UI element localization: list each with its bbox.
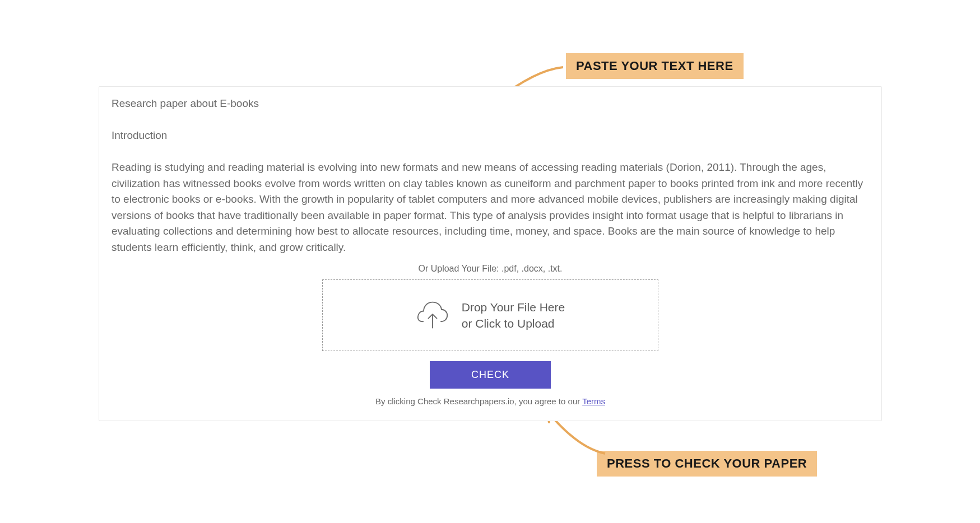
checker-card: Or Upload Your File: .pdf, .docx, .txt. … <box>99 86 882 421</box>
terms-link[interactable]: Terms <box>582 396 605 406</box>
annotation-paste-label: PASTE YOUR TEXT HERE <box>566 53 744 79</box>
dropzone-line1: Drop Your File Here <box>462 299 565 315</box>
dropzone-line2: or Click to Upload <box>462 315 565 331</box>
textarea-wrapper <box>99 87 881 255</box>
file-dropzone[interactable]: Drop Your File Here or Click to Upload <box>322 279 658 351</box>
dropzone-text: Drop Your File Here or Click to Upload <box>462 299 565 332</box>
text-input[interactable] <box>99 87 881 255</box>
cloud-upload-icon <box>416 300 449 330</box>
upload-hint-label: Or Upload Your File: .pdf, .docx, .txt. <box>99 255 881 279</box>
annotation-check-label: PRESS TO CHECK YOUR PAPER <box>597 451 817 477</box>
check-button[interactable]: CHECK <box>430 361 551 389</box>
terms-text: By clicking Check Researchpapers.io, you… <box>99 396 881 421</box>
terms-prefix: By clicking Check Researchpapers.io, you… <box>375 396 582 406</box>
